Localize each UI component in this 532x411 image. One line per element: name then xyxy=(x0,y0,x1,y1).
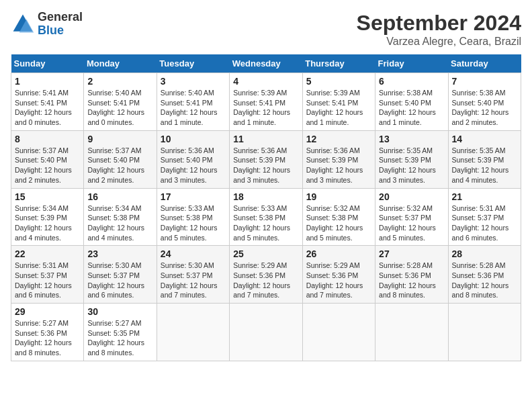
day-number: 23 xyxy=(87,248,152,259)
day-info: Sunrise: 5:40 AM Sunset: 5:41 PM Dayligh… xyxy=(87,88,152,128)
column-header-sunday: Sunday xyxy=(11,54,84,73)
week-row-2: 8 Sunrise: 5:37 AM Sunset: 5:40 PM Dayli… xyxy=(11,130,521,188)
logo-blue-text: Blue xyxy=(38,24,83,38)
day-info: Sunrise: 5:37 AM Sunset: 5:40 PM Dayligh… xyxy=(15,146,80,185)
day-number: 14 xyxy=(452,134,517,144)
day-info: Sunrise: 5:33 AM Sunset: 5:38 PM Dayligh… xyxy=(233,203,298,243)
logo-icon xyxy=(11,12,35,36)
day-info: Sunrise: 5:35 AM Sunset: 5:39 PM Dayligh… xyxy=(379,146,444,185)
calendar-cell: 10 Sunrise: 5:36 AM Sunset: 5:40 PM Dayl… xyxy=(157,130,229,188)
calendar-cell: 8 Sunrise: 5:37 AM Sunset: 5:40 PM Dayli… xyxy=(11,130,84,188)
column-header-saturday: Saturday xyxy=(448,54,521,73)
calendar-cell: 17 Sunrise: 5:33 AM Sunset: 5:38 PM Dayl… xyxy=(157,188,229,246)
calendar-cell: 9 Sunrise: 5:37 AM Sunset: 5:40 PM Dayli… xyxy=(84,130,157,188)
day-info: Sunrise: 5:39 AM Sunset: 5:41 PM Dayligh… xyxy=(306,88,371,128)
day-info: Sunrise: 5:27 AM Sunset: 5:36 PM Dayligh… xyxy=(15,318,80,358)
day-number: 5 xyxy=(306,76,371,87)
day-info: Sunrise: 5:29 AM Sunset: 5:36 PM Dayligh… xyxy=(306,261,371,300)
day-number: 15 xyxy=(15,191,80,202)
calendar-table: SundayMondayTuesdayWednesdayThursdayFrid… xyxy=(11,54,521,361)
day-info: Sunrise: 5:38 AM Sunset: 5:40 PM Dayligh… xyxy=(452,88,517,128)
day-number: 8 xyxy=(15,134,80,144)
day-number: 3 xyxy=(161,76,226,87)
day-number: 24 xyxy=(161,248,226,259)
day-number: 2 xyxy=(87,76,152,87)
day-number: 20 xyxy=(379,191,444,202)
calendar-cell: 7 Sunrise: 5:38 AM Sunset: 5:40 PM Dayli… xyxy=(448,73,521,131)
calendar-cell: 4 Sunrise: 5:39 AM Sunset: 5:41 PM Dayli… xyxy=(230,73,302,131)
calendar-cell: 21 Sunrise: 5:31 AM Sunset: 5:37 PM Dayl… xyxy=(448,188,521,246)
day-info: Sunrise: 5:32 AM Sunset: 5:38 PM Dayligh… xyxy=(306,203,371,243)
day-info: Sunrise: 5:31 AM Sunset: 5:37 PM Dayligh… xyxy=(15,261,80,300)
calendar-header-row: SundayMondayTuesdayWednesdayThursdayFrid… xyxy=(11,54,521,73)
day-info: Sunrise: 5:34 AM Sunset: 5:38 PM Dayligh… xyxy=(87,203,152,243)
day-info: Sunrise: 5:38 AM Sunset: 5:40 PM Dayligh… xyxy=(379,88,444,128)
column-header-wednesday: Wednesday xyxy=(230,54,302,73)
day-number: 12 xyxy=(306,134,371,144)
week-row-4: 22 Sunrise: 5:31 AM Sunset: 5:37 PM Dayl… xyxy=(11,246,521,304)
calendar-cell: 5 Sunrise: 5:39 AM Sunset: 5:41 PM Dayli… xyxy=(302,73,375,131)
calendar-cell: 28 Sunrise: 5:28 AM Sunset: 5:36 PM Dayl… xyxy=(448,246,521,304)
calendar-cell: 3 Sunrise: 5:40 AM Sunset: 5:41 PM Dayli… xyxy=(157,73,229,131)
calendar-cell xyxy=(230,304,302,361)
day-info: Sunrise: 5:28 AM Sunset: 5:36 PM Dayligh… xyxy=(379,261,444,300)
day-number: 16 xyxy=(87,191,152,202)
day-number: 21 xyxy=(452,191,517,202)
column-header-tuesday: Tuesday xyxy=(157,54,229,73)
calendar-cell: 11 Sunrise: 5:36 AM Sunset: 5:39 PM Dayl… xyxy=(230,130,302,188)
column-header-friday: Friday xyxy=(375,54,448,73)
calendar-cell xyxy=(448,304,521,361)
day-number: 28 xyxy=(452,248,517,259)
calendar-cell: 22 Sunrise: 5:31 AM Sunset: 5:37 PM Dayl… xyxy=(11,246,84,304)
column-header-monday: Monday xyxy=(84,54,157,73)
calendar-cell: 26 Sunrise: 5:29 AM Sunset: 5:36 PM Dayl… xyxy=(302,246,375,304)
day-number: 10 xyxy=(161,134,226,144)
day-number: 29 xyxy=(15,306,80,317)
calendar-cell: 6 Sunrise: 5:38 AM Sunset: 5:40 PM Dayli… xyxy=(375,73,448,131)
column-header-thursday: Thursday xyxy=(302,54,375,73)
calendar-cell xyxy=(302,304,375,361)
day-number: 1 xyxy=(15,76,80,87)
location: Varzea Alegre, Ceara, Brazil xyxy=(357,36,521,48)
day-number: 27 xyxy=(379,248,444,259)
day-info: Sunrise: 5:39 AM Sunset: 5:41 PM Dayligh… xyxy=(233,88,298,128)
calendar-cell: 30 Sunrise: 5:27 AM Sunset: 5:35 PM Dayl… xyxy=(84,304,157,361)
week-row-5: 29 Sunrise: 5:27 AM Sunset: 5:36 PM Dayl… xyxy=(11,304,521,361)
calendar-cell: 12 Sunrise: 5:36 AM Sunset: 5:39 PM Dayl… xyxy=(302,130,375,188)
day-info: Sunrise: 5:29 AM Sunset: 5:36 PM Dayligh… xyxy=(233,261,298,300)
calendar-cell: 23 Sunrise: 5:30 AM Sunset: 5:37 PM Dayl… xyxy=(84,246,157,304)
day-info: Sunrise: 5:36 AM Sunset: 5:39 PM Dayligh… xyxy=(306,146,371,185)
day-number: 13 xyxy=(379,134,444,144)
day-info: Sunrise: 5:32 AM Sunset: 5:37 PM Dayligh… xyxy=(379,203,444,243)
day-info: Sunrise: 5:41 AM Sunset: 5:41 PM Dayligh… xyxy=(15,88,80,128)
calendar-cell: 1 Sunrise: 5:41 AM Sunset: 5:41 PM Dayli… xyxy=(11,73,84,131)
day-info: Sunrise: 5:40 AM Sunset: 5:41 PM Dayligh… xyxy=(161,88,226,128)
calendar-cell: 27 Sunrise: 5:28 AM Sunset: 5:36 PM Dayl… xyxy=(375,246,448,304)
title-block: September 2024 Varzea Alegre, Ceara, Bra… xyxy=(357,11,521,48)
calendar-cell xyxy=(375,304,448,361)
day-info: Sunrise: 5:30 AM Sunset: 5:37 PM Dayligh… xyxy=(87,261,152,300)
day-number: 18 xyxy=(233,191,298,202)
day-number: 25 xyxy=(233,248,298,259)
logo-general-text: General xyxy=(38,11,83,24)
day-number: 30 xyxy=(87,306,152,317)
calendar-cell: 13 Sunrise: 5:35 AM Sunset: 5:39 PM Dayl… xyxy=(375,130,448,188)
week-row-1: 1 Sunrise: 5:41 AM Sunset: 5:41 PM Dayli… xyxy=(11,73,521,131)
day-number: 22 xyxy=(15,248,80,259)
day-info: Sunrise: 5:36 AM Sunset: 5:39 PM Dayligh… xyxy=(233,146,298,185)
day-info: Sunrise: 5:35 AM Sunset: 5:39 PM Dayligh… xyxy=(452,146,517,185)
day-info: Sunrise: 5:31 AM Sunset: 5:37 PM Dayligh… xyxy=(452,203,517,243)
calendar-cell: 14 Sunrise: 5:35 AM Sunset: 5:39 PM Dayl… xyxy=(448,130,521,188)
day-info: Sunrise: 5:36 AM Sunset: 5:40 PM Dayligh… xyxy=(161,146,226,185)
calendar-cell: 25 Sunrise: 5:29 AM Sunset: 5:36 PM Dayl… xyxy=(230,246,302,304)
calendar-cell: 20 Sunrise: 5:32 AM Sunset: 5:37 PM Dayl… xyxy=(375,188,448,246)
calendar-cell: 24 Sunrise: 5:30 AM Sunset: 5:37 PM Dayl… xyxy=(157,246,229,304)
day-number: 7 xyxy=(452,76,517,87)
day-number: 17 xyxy=(161,191,226,202)
day-number: 26 xyxy=(306,248,371,259)
month-title: September 2024 xyxy=(357,11,521,36)
day-info: Sunrise: 5:34 AM Sunset: 5:39 PM Dayligh… xyxy=(15,203,80,243)
page-header: General Blue September 2024 Varzea Alegr… xyxy=(11,11,521,48)
day-number: 9 xyxy=(87,134,152,144)
calendar-cell xyxy=(157,304,229,361)
